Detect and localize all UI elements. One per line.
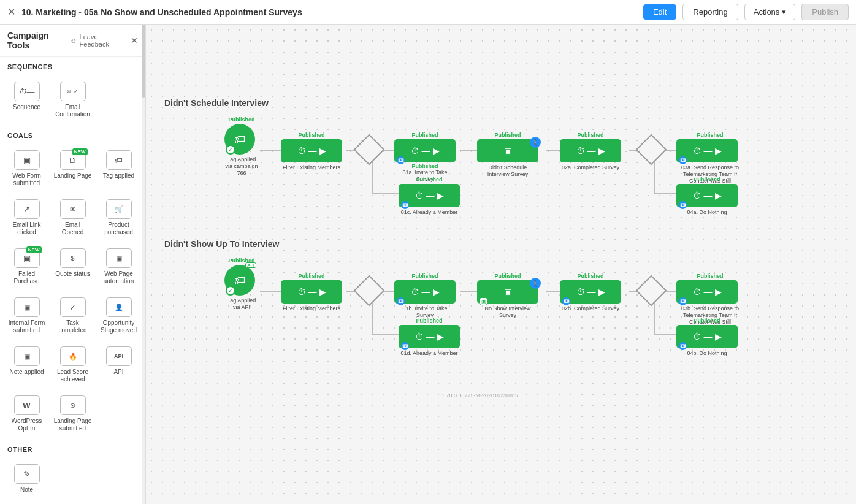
tag-applied-icon: 🏷 — [106, 150, 132, 170]
diamond-n1[interactable] — [358, 139, 380, 161]
main-layout: Campaign Tools ☺ Leave Feedback ✕ Sequen… — [0, 25, 856, 504]
goals-grid: ▣ Web Form submitted 🗋 NEW Landing Page … — [0, 143, 145, 440]
sidebar-header-actions: ☺ Leave Feedback ✕ — [70, 33, 138, 48]
node-n5[interactable]: Published ⏱ — ▶ 02a. Completed Survey — [560, 132, 621, 171]
sequence-icon: ⏱— — [14, 82, 40, 101]
sidebar-item-webform[interactable]: ▣ Web Form submitted — [5, 145, 48, 192]
publish-button: Publish — [801, 4, 849, 20]
landing-page-icon: 🗋 NEW — [60, 150, 86, 170]
node-n3[interactable]: Published ⏱ — ▶ 📧 Published 01a. Invite … — [394, 132, 456, 183]
section2-label: Didn't Show Up To Interview — [164, 239, 279, 249]
sidebar-item-webpage-automation[interactable]: ▣ Web Page automation — [97, 243, 140, 290]
node-m4[interactable]: Published ▣ 🚶 ▣ No Show Interview Survey — [477, 273, 538, 319]
sidebar-item-api[interactable]: API API — [97, 342, 140, 388]
canvas: Didn't Schedule Interview Published 🏷 ✓ … — [146, 25, 856, 504]
canvas-inner: Didn't Schedule Interview Published 🏷 ✓ … — [158, 37, 802, 405]
landing-submitted-icon: ⊙ — [60, 395, 86, 415]
note-icon: ✎ — [14, 464, 40, 484]
node-m1[interactable]: Published 🏷 ✓ API Tag Applied via API — [224, 258, 259, 311]
sequences-grid: ⏱— Sequence ✉ ✓ Email Confirmation — [0, 74, 145, 126]
close-icon[interactable]: ✕ — [7, 6, 15, 18]
sidebar-item-internal-form[interactable]: ▣ Internal Form submitted — [5, 292, 48, 339]
edit-button[interactable]: Edit — [643, 4, 676, 20]
sidebar-item-email-opened[interactable]: ✉ Email Opened — [51, 194, 94, 241]
email-link-icon: ↗ — [14, 199, 40, 219]
wordpress-icon: W — [14, 395, 40, 415]
header: ✕ 10. Marketing - 05a No Show and Unsche… — [0, 0, 856, 25]
actions-button[interactable]: Actions ▾ — [744, 4, 796, 20]
sequences-section-title: Sequences — [0, 57, 145, 74]
footer-version: 1.70.0.83775-M-202010230817 — [441, 392, 519, 399]
failed-new-badge: NEW — [26, 246, 42, 253]
sidebar-item-sequence[interactable]: ⏱— Sequence — [5, 77, 48, 123]
email-confirmation-icon: ✉ ✓ — [60, 82, 86, 101]
quote-status-icon: $ — [60, 248, 86, 268]
sidebar-item-task-completed[interactable]: ✓ Task completed — [51, 292, 94, 339]
other-section-title: Other — [0, 440, 145, 457]
goals-section-title: Goals — [0, 126, 145, 143]
node-m2[interactable]: Published ⏱ — ▶ Filter Existing Members — [281, 273, 342, 312]
sidebar-item-note[interactable]: ✎ Note — [5, 459, 48, 498]
smiley-icon: ☺ — [70, 37, 77, 44]
sidebar-item-wordpress[interactable]: W WordPress Opt-In — [5, 391, 48, 437]
sidebar-item-email-confirmation[interactable]: ✉ ✓ Email Confirmation — [51, 77, 94, 123]
other-grid: ✎ Note — [0, 457, 145, 501]
sidebar-item-quote-status[interactable]: $ Quote status — [51, 243, 94, 290]
diamond-n2[interactable] — [640, 139, 662, 161]
api-icon: API — [106, 346, 132, 366]
node-m3[interactable]: Published ⏱ — ▶ 📧 01b. Invite to Take Su… — [394, 273, 456, 319]
internal-form-icon: ▣ — [14, 297, 40, 317]
reporting-button[interactable]: Reporting — [682, 4, 738, 20]
node-n2[interactable]: Published ⏱ — ▶ Filter Existing Members — [281, 132, 342, 171]
sidebar-title: Campaign Tools — [7, 31, 70, 50]
page-title: 10. Marketing - 05a No Show and Unschedu… — [21, 7, 637, 17]
email-opened-icon: ✉ — [60, 199, 86, 219]
sidebar-item-email-link[interactable]: ↗ Email Link clicked — [5, 194, 48, 241]
new-badge: NEW — [72, 148, 88, 155]
node-n4[interactable]: Published ▣ 🚶 Didn't Schedule Interview … — [477, 132, 538, 178]
webpage-automation-icon: ▣ — [106, 248, 132, 268]
sidebar-item-landing-page[interactable]: 🗋 NEW Landing Page — [51, 145, 94, 192]
node-m7[interactable]: Published ⏱ — ▶ 📧 04b. Do Nothing — [676, 318, 738, 357]
node-m3b[interactable]: Published ⏱ — ▶ 📧 01d. Already a Member — [399, 318, 460, 357]
opportunity-stage-icon: 👤 — [106, 297, 132, 317]
sidebar-item-lead-score[interactable]: 🔥 Lead Score achieved — [51, 342, 94, 388]
sidebar-item-opportunity-stage[interactable]: 👤 Opportunity Stage moved — [97, 292, 140, 339]
section1-label: Didn't Schedule Interview — [164, 98, 269, 108]
webform-icon: ▣ — [14, 150, 40, 170]
sidebar-header: Campaign Tools ☺ Leave Feedback ✕ — [0, 25, 145, 57]
sidebar-item-product-purchased[interactable]: 🛒 Product purchased — [97, 194, 140, 241]
node-m5[interactable]: Published ⏱ — ▶ 📧 02b. Completed Survey — [560, 273, 621, 312]
sidebar-item-failed-purchase[interactable]: ▣ NEW Failed Purchase — [5, 243, 48, 290]
sidebar: Campaign Tools ☺ Leave Feedback ✕ Sequen… — [0, 25, 146, 504]
node-n7[interactable]: Published ⏱ — ▶ 📧 04a. Do Nothing — [676, 177, 738, 216]
diamond-m2[interactable] — [640, 280, 662, 302]
sidebar-item-landing-submitted[interactable]: ⊙ Landing Page submitted — [51, 391, 94, 437]
diamond-m1[interactable] — [358, 280, 380, 302]
task-completed-icon: ✓ — [60, 297, 86, 317]
sidebar-item-tag-applied[interactable]: 🏷 Tag applied — [97, 145, 140, 192]
node-n3b[interactable]: Published ⏱ — ▶ 📧 01c. Already a Member — [399, 177, 460, 216]
product-purchased-icon: 🛒 — [106, 199, 132, 219]
note-applied-icon: ▣ — [14, 346, 40, 366]
node-n1[interactable]: Published 🏷 ✓ Tag Applied via campaign 7… — [224, 116, 259, 176]
leave-feedback-button[interactable]: ☺ Leave Feedback — [70, 33, 126, 48]
failed-purchase-icon: ▣ NEW — [14, 248, 40, 268]
sidebar-close-icon[interactable]: ✕ — [131, 36, 138, 45]
sidebar-item-note-applied[interactable]: ▣ Note applied — [5, 342, 48, 388]
lead-score-icon: 🔥 — [60, 346, 86, 366]
chevron-down-icon: ▾ — [782, 7, 786, 17]
scrollbar-thumb[interactable] — [142, 25, 145, 98]
